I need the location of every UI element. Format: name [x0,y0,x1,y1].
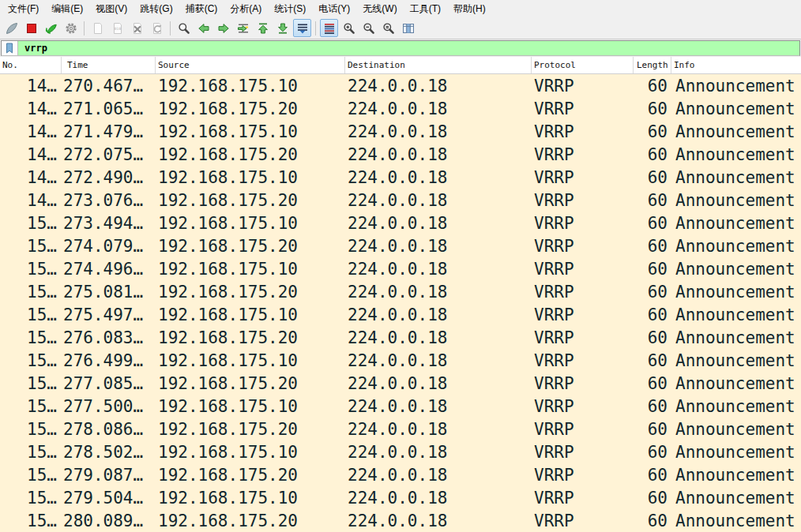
packet-row[interactable]: 15… 278.086… 192.168.175.20 224.0.0.18 V… [0,418,801,440]
packet-protocol: VRRP [532,466,634,485]
menu-tools[interactable]: 工具(T) [404,0,447,18]
next-packet-button[interactable] [214,19,232,37]
packet-row[interactable]: 14… 271.479… 192.168.175.10 224.0.0.18 V… [0,120,801,143]
packet-row[interactable]: 15… 276.499… 192.168.175.10 224.0.0.18 V… [0,349,801,372]
packet-row[interactable]: 14… 270.467… 192.168.175.10 224.0.0.18 V… [0,74,801,97]
shark-fin-icon [6,22,18,35]
packet-row[interactable]: 14… 271.065… 192.168.175.20 224.0.0.18 V… [0,97,801,120]
packet-destination: 224.0.0.18 [345,237,532,256]
packet-row[interactable]: 14… 272.490… 192.168.175.10 224.0.0.18 V… [0,166,801,189]
packet-time: 278.086… [62,420,156,439]
restart-capture-button[interactable] [42,19,60,37]
packet-length: 60 [634,214,671,233]
packet-row[interactable]: 15… 279.504… 192.168.175.10 224.0.0.18 V… [0,486,801,509]
packet-protocol: VRRP [532,214,634,233]
menu-edit[interactable]: 编辑(E) [45,0,89,18]
packet-destination: 224.0.0.18 [345,374,532,393]
packet-source: 192.168.175.20 [156,237,345,256]
packet-row[interactable]: 14… 273.076… 192.168.175.20 224.0.0.18 V… [0,189,801,212]
packet-info: Announcement [671,374,801,393]
packet-source: 192.168.175.20 [156,283,345,302]
menu-go[interactable]: 跳转(G) [134,0,179,18]
packet-time: 279.504… [62,489,156,508]
packet-row[interactable]: 15… 276.083… 192.168.175.20 224.0.0.18 V… [0,326,801,349]
reload-icon [151,22,164,35]
resize-columns-button[interactable] [399,19,417,37]
packet-source: 192.168.175.10 [156,122,345,141]
packet-length: 60 [634,145,671,164]
packet-time: 273.076… [62,191,156,210]
packet-row[interactable]: 15… 274.496… 192.168.175.10 224.0.0.18 V… [0,257,801,280]
menu-telephony[interactable]: 电话(Y) [312,0,356,18]
menu-capture[interactable]: 捕获(C) [179,0,224,18]
auto-scroll-icon [296,22,309,35]
menu-analyze[interactable]: 分析(A) [224,0,268,18]
menu-file[interactable]: 文件(F) [2,0,45,18]
zoom-reset-icon [382,22,395,35]
packet-row[interactable]: 15… 280.089… 192.168.175.20 224.0.0.18 V… [0,509,801,532]
packet-row[interactable]: 15… 278.502… 192.168.175.10 224.0.0.18 V… [0,440,801,463]
column-header-destination[interactable]: Destination [345,57,532,73]
stop-square-icon [25,22,38,35]
packet-source: 192.168.175.10 [156,489,345,508]
packet-row[interactable]: 15… 273.494… 192.168.175.10 224.0.0.18 V… [0,212,801,234]
arrow-down-bar-icon [276,22,289,35]
stop-capture-button[interactable] [22,19,40,37]
menu-help[interactable]: 帮助(H) [447,0,492,18]
packet-info: Announcement [671,283,801,302]
column-header-time[interactable]: Time [62,57,156,73]
column-header-no[interactable]: No. [0,57,62,73]
packet-row[interactable]: 15… 279.087… 192.168.175.20 224.0.0.18 V… [0,463,801,486]
packet-length: 60 [634,168,671,187]
packet-no: 15… [0,214,62,233]
column-header-source[interactable]: Source [156,57,345,73]
packet-info: Announcement [671,260,801,279]
close-x-icon [131,22,144,35]
filter-bar: vrrp [0,39,801,57]
go-to-packet-button[interactable] [234,19,252,37]
zoom-out-button[interactable] [359,19,378,37]
packet-row[interactable]: 15… 277.500… 192.168.175.10 224.0.0.18 V… [0,395,801,418]
packet-info: Announcement [671,443,801,462]
menu-statistics[interactable]: 统计(S) [268,0,312,18]
packet-destination: 224.0.0.18 [345,99,532,118]
packet-protocol: VRRP [532,237,634,256]
save-file-button[interactable]: 010 [108,19,126,37]
menu-view[interactable]: 视图(V) [89,0,134,18]
packet-row[interactable]: 15… 277.085… 192.168.175.20 224.0.0.18 V… [0,372,801,395]
column-header-info[interactable]: Info [671,57,801,73]
packet-length: 60 [634,443,671,462]
column-header-protocol[interactable]: Protocol [532,57,634,73]
packet-no: 15… [0,283,62,302]
previous-packet-button[interactable] [194,19,212,37]
packet-row[interactable]: 14… 272.075… 192.168.175.20 224.0.0.18 V… [0,143,801,166]
packet-row[interactable]: 15… 275.081… 192.168.175.20 224.0.0.18 V… [0,280,801,303]
close-file-button[interactable] [128,19,146,37]
open-file-button[interactable] [88,19,107,37]
colorize-button[interactable] [320,19,338,37]
filter-bookmark-button[interactable] [2,41,18,55]
toolbar-separator [315,21,316,36]
start-capture-button[interactable] [2,19,21,37]
menu-wireless[interactable]: 无线(W) [356,0,403,18]
display-filter-input[interactable]: vrrp [1,40,800,56]
packet-protocol: VRRP [532,511,634,530]
bookmark-icon [5,43,14,54]
last-packet-button[interactable] [273,19,291,37]
packet-row[interactable]: 15… 274.079… 192.168.175.20 224.0.0.18 V… [0,234,801,257]
auto-scroll-button[interactable] [293,19,311,37]
zoom-out-icon [363,22,375,35]
packet-protocol: VRRP [532,191,634,210]
zoom-reset-button[interactable] [379,19,397,37]
packet-destination: 224.0.0.18 [345,328,532,347]
first-packet-button[interactable] [254,19,272,37]
packet-no: 15… [0,489,62,508]
find-packet-button[interactable] [175,19,193,37]
capture-options-button[interactable] [62,19,80,37]
packet-row[interactable]: 15… 275.497… 192.168.175.10 224.0.0.18 V… [0,303,801,326]
packet-time: 274.496… [62,260,156,279]
packet-time: 271.479… [62,122,156,141]
zoom-in-button[interactable] [340,19,358,37]
column-header-length[interactable]: Length [634,57,671,73]
reload-file-button[interactable] [148,19,166,37]
